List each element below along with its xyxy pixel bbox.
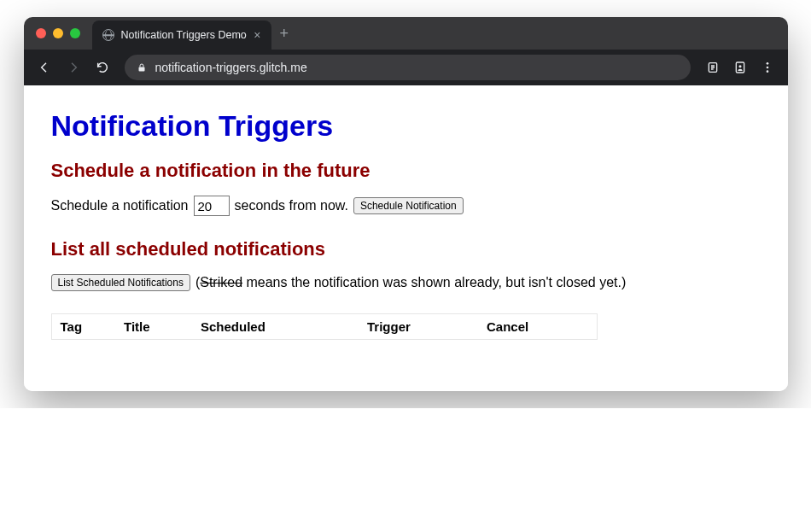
lock-icon xyxy=(137,62,147,73)
profile-icon[interactable] xyxy=(728,56,752,79)
hint-text: (Striked means the notification was show… xyxy=(195,275,626,290)
col-cancel: Cancel xyxy=(478,314,597,340)
list-scheduled-button[interactable]: List Scheduled Notifications xyxy=(51,274,190,291)
address-bar[interactable]: notification-triggers.glitch.me xyxy=(125,55,691,80)
col-title: Title xyxy=(115,314,192,340)
reload-button[interactable] xyxy=(90,56,114,79)
schedule-heading: Schedule a notification in the future xyxy=(51,160,761,182)
browser-toolbar: notification-triggers.glitch.me xyxy=(24,50,788,85)
table-header-row: Tag Title Scheduled Trigger Cancel xyxy=(51,314,597,340)
schedule-prefix-text: Schedule a notification xyxy=(51,198,189,213)
col-trigger: Trigger xyxy=(359,314,478,340)
page-title: Notification Triggers xyxy=(51,109,761,143)
minimize-window-button[interactable] xyxy=(53,28,63,38)
titlebar: Notification Triggers Demo × + xyxy=(24,17,788,50)
close-window-button[interactable] xyxy=(36,28,46,38)
new-tab-button[interactable]: + xyxy=(280,26,289,41)
toolbar-actions xyxy=(701,56,779,79)
browser-window: Notification Triggers Demo × + notificat… xyxy=(24,17,788,391)
schedule-row: Schedule a notification seconds from now… xyxy=(51,196,761,216)
url-text: notification-triggers.glitch.me xyxy=(155,61,307,74)
list-heading: List all scheduled notifications xyxy=(51,238,761,260)
svg-rect-0 xyxy=(138,67,144,72)
col-scheduled: Scheduled xyxy=(192,314,359,340)
reader-mode-icon[interactable] xyxy=(701,56,725,79)
tab-title: Notification Triggers Demo xyxy=(121,29,248,41)
schedule-notification-button[interactable]: Schedule Notification xyxy=(353,197,464,214)
notifications-table: Tag Title Scheduled Trigger Cancel xyxy=(51,313,598,340)
menu-icon[interactable] xyxy=(756,56,779,79)
forward-button[interactable] xyxy=(61,56,85,79)
maximize-window-button[interactable] xyxy=(70,28,80,38)
schedule-suffix-text: seconds from now. xyxy=(235,198,348,213)
svg-point-8 xyxy=(766,67,768,69)
seconds-input[interactable] xyxy=(194,196,230,216)
col-tag: Tag xyxy=(51,314,115,340)
window-controls xyxy=(36,28,80,38)
page-content: Notification Triggers Schedule a notific… xyxy=(24,85,788,391)
back-button[interactable] xyxy=(32,56,56,79)
svg-point-9 xyxy=(766,70,768,73)
close-tab-icon[interactable]: × xyxy=(254,29,260,41)
svg-point-6 xyxy=(738,65,741,67)
striked-word: Striked xyxy=(200,275,242,289)
svg-point-7 xyxy=(766,62,768,65)
globe-icon xyxy=(102,29,114,41)
browser-tab[interactable]: Notification Triggers Demo × xyxy=(92,20,271,50)
list-row: List Scheduled Notifications (Striked me… xyxy=(51,274,761,291)
